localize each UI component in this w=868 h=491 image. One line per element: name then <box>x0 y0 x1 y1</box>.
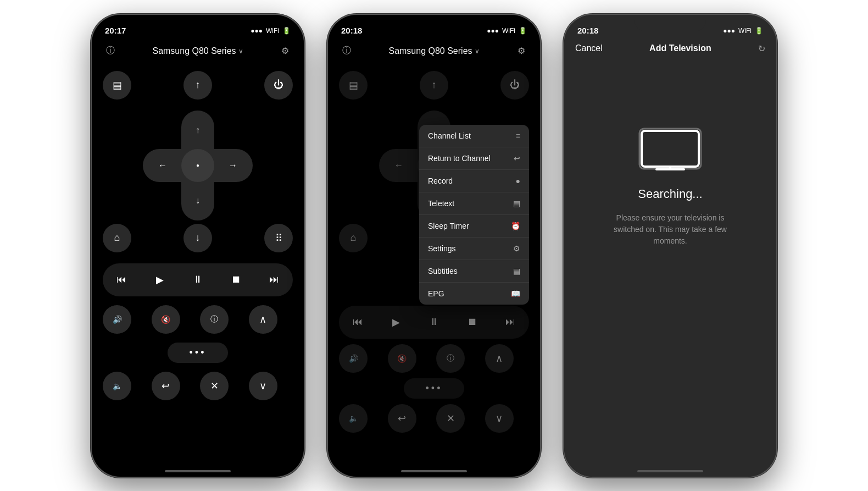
phone-3: 20:18 ●●● WiFi 🔋 Cancel Add Television ↻… <box>563 14 777 478</box>
notch-2 <box>398 15 470 31</box>
tv-input-btn-2[interactable]: ▤ <box>339 71 368 100</box>
top-row-1: ▤ ↑ ⏻ <box>103 71 293 100</box>
ch-up-btn-2[interactable]: ∧ <box>485 344 514 373</box>
svg-rect-0 <box>642 131 699 167</box>
power-btn-2[interactable]: ⏻ <box>500 71 529 100</box>
battery-icon-1: 🔋 <box>282 27 291 35</box>
tv-icon <box>637 126 703 176</box>
dots-btn-1[interactable]: ••• <box>168 343 229 363</box>
cancel-button[interactable]: Cancel <box>575 43 603 53</box>
stop-btn-2[interactable]: ⏹ <box>460 310 485 334</box>
home-btn-1[interactable]: ⌂ <box>103 224 131 252</box>
dpad-left-1[interactable]: ← <box>151 153 175 178</box>
status-icons-2: ●●● WiFi 🔋 <box>487 27 527 35</box>
bottom-transport-2: ⏮ ▶ ⏸ ⏹ ⏭ 🔊 🔇 ⓘ ∧ ••• 🔈 ↩ ✕ ∨ <box>328 306 540 433</box>
play-btn-1[interactable]: ▶ <box>148 268 172 292</box>
up-btn-2[interactable]: ↑ <box>420 71 448 100</box>
menu-item-channel-list[interactable]: Channel List ≡ <box>419 125 529 147</box>
header-1: ⓘ Samsung Q80 Series ∨ ⚙ <box>92 39 304 65</box>
bottom-row-1: 🔈 ↩ ✕ ∨ <box>103 372 293 400</box>
searching-subtitle: Please ensure your television is switche… <box>604 212 736 247</box>
dots-btn-2[interactable]: ••• <box>404 378 465 399</box>
grid-btn-1[interactable]: ⠿ <box>264 224 293 252</box>
menu-item-epg[interactable]: EPG 📖 <box>419 283 529 305</box>
ffwd-btn-2[interactable]: ⏭ <box>498 310 522 334</box>
ch-down-btn-2[interactable]: ∨ <box>485 404 514 433</box>
phone-1: 20:17 ●●● WiFi 🔋 ⓘ Samsung Q80 Series ∨ … <box>91 14 305 478</box>
home-indicator-1 <box>165 470 231 472</box>
dpad-up-1[interactable]: ↑ <box>186 118 210 142</box>
play-btn-2[interactable]: ▶ <box>384 310 408 334</box>
info-icon-1[interactable]: ⓘ <box>103 43 118 59</box>
remote-content-1: ▤ ↑ ⏻ ↑ ↓ ← → ● ⌂ ↓ ⠿ ⏮ <box>92 65 304 406</box>
mute-btn-1[interactable]: 🔇 <box>152 305 180 334</box>
wifi-icon-3: WiFi <box>738 27 752 35</box>
pause-btn-2[interactable]: ⏸ <box>422 310 446 334</box>
vol-down-btn-2[interactable]: 🔈 <box>339 404 368 433</box>
channel-list-icon: ≡ <box>516 131 520 140</box>
time-2: 20:18 <box>341 26 362 35</box>
info-btn-2[interactable]: ⓘ <box>436 344 465 373</box>
vol-up-btn-2[interactable]: 🔊 <box>339 344 368 373</box>
dropdown-menu-2: Channel List ≡ Return to Channel ↩ Recor… <box>419 125 529 305</box>
battery-icon-3: 🔋 <box>755 27 763 35</box>
home-btn-2[interactable]: ⌂ <box>339 224 368 252</box>
status-icons-1: ●●● WiFi 🔋 <box>251 27 291 35</box>
pause-btn-1[interactable]: ⏸ <box>186 268 210 292</box>
menu-item-subtitles[interactable]: Subtitles ▤ <box>419 260 529 283</box>
info-btn-1[interactable]: ⓘ <box>200 305 229 334</box>
mute-btn-2[interactable]: 🔇 <box>388 344 416 373</box>
home-indicator-2 <box>401 470 467 472</box>
gear-icon-2[interactable]: ⚙ <box>514 43 529 59</box>
wifi-icon-2: WiFi <box>502 27 515 35</box>
transport-row-1: ⏮ ▶ ⏸ ⏹ ⏭ <box>103 263 293 296</box>
rewind-btn-1[interactable]: ⏮ <box>109 268 133 292</box>
power-btn-1[interactable]: ⏻ <box>264 71 293 100</box>
add-tv-content: Searching... Please ensure your televisi… <box>564 60 776 247</box>
close-btn-1[interactable]: ✕ <box>200 372 229 400</box>
menu-item-settings[interactable]: Settings ⚙ <box>419 238 529 260</box>
dpad-1: ↑ ↓ ← → ● <box>143 111 253 220</box>
add-tv-title: Add Television <box>649 43 711 53</box>
vol-up-btn-1[interactable]: 🔊 <box>103 305 131 334</box>
dpad-right-1[interactable]: → <box>221 153 245 178</box>
dpad-center-1[interactable]: ● <box>181 149 214 182</box>
menu-item-record[interactable]: Record ● <box>419 170 529 192</box>
return-channel-icon: ↩ <box>514 154 520 163</box>
back-btn-2[interactable]: ↩ <box>388 404 416 433</box>
menu-item-return-channel[interactable]: Return to Channel ↩ <box>419 147 529 170</box>
down-btn-1[interactable]: ↓ <box>183 224 212 252</box>
dpad-left-2[interactable]: ← <box>387 153 411 178</box>
ffwd-btn-1[interactable]: ⏭ <box>262 268 286 292</box>
teletext-icon: ▤ <box>513 199 520 208</box>
up-btn-1[interactable]: ↑ <box>183 71 212 100</box>
menu-item-sleep-timer[interactable]: Sleep Timer ⏰ <box>419 215 529 238</box>
device-title-2[interactable]: Samsung Q80 Series ∨ <box>388 46 479 56</box>
rewind-btn-2[interactable]: ⏮ <box>346 310 370 334</box>
tv-input-btn-1[interactable]: ▤ <box>103 71 131 100</box>
settings-icon: ⚙ <box>513 244 520 253</box>
stop-btn-1[interactable]: ⏹ <box>224 268 248 292</box>
back-btn-1[interactable]: ↩ <box>152 372 180 400</box>
home-indicator-3 <box>637 470 703 472</box>
bottom-section-1: 🔊 🔇 ⓘ ∧ <box>103 305 293 334</box>
device-title-1[interactable]: Samsung Q80 Series ∨ <box>152 46 243 56</box>
gear-icon-1[interactable]: ⚙ <box>277 43 293 59</box>
status-icons-3: ●●● WiFi 🔋 <box>723 27 763 35</box>
dots-row-1: ••• <box>103 343 293 363</box>
signal-icon-3: ●●● <box>723 27 735 35</box>
svg-rect-1 <box>639 129 701 169</box>
close-btn-2[interactable]: ✕ <box>436 404 465 433</box>
refresh-icon[interactable]: ↻ <box>758 43 765 54</box>
wifi-icon-1: WiFi <box>266 27 279 35</box>
header-2: ⓘ Samsung Q80 Series ∨ ⚙ <box>328 39 540 65</box>
dpad-down-1[interactable]: ↓ <box>186 189 210 213</box>
signal-icon-2: ●●● <box>487 27 499 35</box>
searching-title: Searching... <box>638 187 702 201</box>
vol-down-btn-1[interactable]: 🔈 <box>103 372 131 400</box>
ch-up-btn-1[interactable]: ∧ <box>249 305 277 334</box>
time-3: 20:18 <box>577 26 598 35</box>
menu-item-teletext[interactable]: Teletext ▤ <box>419 192 529 215</box>
ch-down-btn-1[interactable]: ∨ <box>249 372 277 400</box>
info-icon-2[interactable]: ⓘ <box>339 43 354 59</box>
